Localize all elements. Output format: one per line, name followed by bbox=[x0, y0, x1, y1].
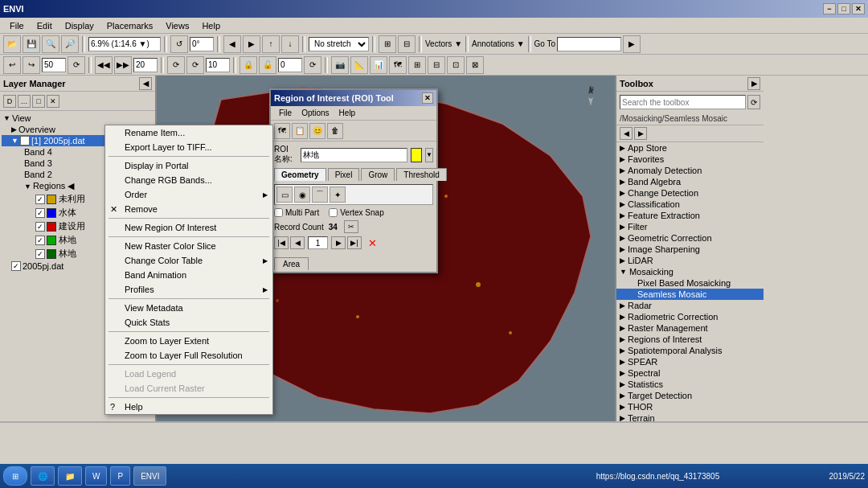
search-zoom-button[interactable]: 🔍 bbox=[42, 35, 59, 53]
delete-record-btn[interactable]: ✕ bbox=[368, 237, 377, 249]
toolbox-item-mosaicking[interactable]: ▼Mosaicking bbox=[616, 266, 764, 277]
geo-star[interactable]: ✦ bbox=[330, 187, 346, 203]
layer-btn-3[interactable]: □ bbox=[32, 95, 45, 108]
roi-name-input[interactable] bbox=[301, 148, 407, 162]
taskbar-ie[interactable]: 🌐 bbox=[31, 466, 55, 486]
toolbox-fwd-btn[interactable]: ▶ bbox=[634, 127, 647, 140]
tool2-btn9[interactable]: 🔓 bbox=[259, 56, 276, 74]
menu-edit[interactable]: Edit bbox=[31, 19, 59, 32]
toolbox-refresh-btn[interactable]: ⟳ bbox=[747, 95, 760, 109]
toolbox-item-thor[interactable]: ▶THOR bbox=[616, 401, 764, 412]
rotate-button[interactable]: ↺ bbox=[170, 35, 188, 53]
area-tab-btn[interactable]: Area bbox=[274, 257, 309, 270]
ctx-item-band-animation[interactable]: Band Animation bbox=[105, 268, 272, 282]
goto-btn[interactable]: ▶ bbox=[623, 35, 641, 53]
layer-btn-4[interactable]: ✕ bbox=[47, 95, 59, 108]
zoom-level-input[interactable] bbox=[88, 37, 161, 51]
tab-geometry[interactable]: Geometry bbox=[274, 168, 326, 181]
layer-btn-1[interactable]: D bbox=[3, 95, 16, 108]
ctx-item-view-metadata[interactable]: View Metadata bbox=[105, 301, 272, 315]
geo-arc[interactable]: ⌒ bbox=[312, 187, 328, 203]
nav-first[interactable]: |◀ bbox=[274, 236, 289, 249]
toolbox-search-input[interactable] bbox=[620, 95, 746, 109]
save-button[interactable]: 💾 bbox=[23, 35, 40, 53]
toolbox-item-terrain[interactable]: ▶Terrain bbox=[616, 412, 764, 421]
tool2-btn5[interactable]: ▶▶ bbox=[114, 56, 132, 74]
toolbar2-val4[interactable] bbox=[278, 58, 302, 72]
menu-placemarks[interactable]: Placemarks bbox=[100, 19, 159, 32]
layer-manager-collapse[interactable]: ◀ bbox=[139, 77, 152, 90]
ctx-item-display-in-portal[interactable]: Display in Portal bbox=[105, 158, 272, 173]
tree-2005pj2-checkbox[interactable]: ✓ bbox=[11, 261, 21, 271]
tab-pixel[interactable]: Pixel bbox=[328, 168, 360, 181]
nav-next[interactable]: ▶ bbox=[331, 236, 346, 249]
tool2-btn4[interactable]: ◀◀ bbox=[95, 56, 113, 74]
ctx-item-zoom-to-layer-extent[interactable]: Zoom to Layer Extent bbox=[105, 334, 272, 348]
toolbox-item-image-sharpening[interactable]: ▶Image Sharpening bbox=[616, 244, 764, 255]
toolbox-item-raster-management[interactable]: ▶Raster Management bbox=[616, 322, 764, 334]
toolbox-item-target-detection[interactable]: ▶Target Detection bbox=[616, 390, 764, 401]
roi-tb-2[interactable]: 📋 bbox=[292, 123, 308, 139]
toolbox-item-band-algebra[interactable]: ▶Band Algebra bbox=[616, 176, 764, 187]
ctx-item-rename-item...[interactable]: Rename Item... bbox=[105, 125, 272, 140]
taskbar-envi[interactable]: ENVI bbox=[133, 466, 166, 486]
stretch-select[interactable]: No stretch bbox=[309, 37, 369, 51]
toolbox-item-pixel-based-mosaicking[interactable]: Pixel Based Mosaicking bbox=[616, 277, 764, 289]
record-scissors[interactable]: ✂ bbox=[344, 220, 358, 233]
toolbox-item-classification[interactable]: ▶Classification bbox=[616, 199, 764, 210]
geo-ellipse[interactable]: ◉ bbox=[294, 187, 310, 203]
roi-color-dropdown[interactable]: ▼ bbox=[425, 148, 433, 162]
tool2-btn10[interactable]: ⟳ bbox=[304, 56, 321, 74]
ctx-item-change-color-table[interactable]: Change Color Table bbox=[105, 253, 272, 268]
open-button[interactable]: 📂 bbox=[3, 35, 21, 53]
nav-last[interactable]: ▶| bbox=[347, 236, 362, 249]
ctx-item-order[interactable]: Order bbox=[105, 187, 272, 202]
goto-input[interactable] bbox=[557, 37, 621, 51]
menu-views[interactable]: Views bbox=[159, 19, 195, 32]
nav-btn-4[interactable]: ↓ bbox=[281, 35, 299, 53]
toolbox-item-app-store[interactable]: ▶App Store bbox=[616, 142, 764, 154]
zoom-button[interactable]: 🔎 bbox=[61, 35, 79, 53]
extra-btn-2[interactable]: ⊟ bbox=[398, 35, 416, 53]
toolbox-item-spectral[interactable]: ▶Spectral bbox=[616, 367, 764, 379]
tool2-btn8[interactable]: 🔒 bbox=[240, 56, 257, 74]
geo-rect[interactable]: ▭ bbox=[276, 187, 293, 203]
ctx-item-new-region-of-interest[interactable]: New Region Of Interest bbox=[105, 220, 272, 235]
tree-view-root[interactable]: ▼ View bbox=[2, 113, 154, 124]
toolbox-item-change-detection[interactable]: ▶Change Detection bbox=[616, 187, 764, 199]
ctx-item-profiles[interactable]: Profiles bbox=[105, 282, 272, 297]
tool2-btn18[interactable]: ⊠ bbox=[466, 56, 484, 74]
nav-btn-3[interactable]: ↑ bbox=[262, 35, 280, 53]
vectors-dropdown[interactable]: Vectors ▼ bbox=[425, 39, 462, 48]
region3-checkbox[interactable]: ✓ bbox=[35, 222, 45, 232]
tool2-btn2[interactable]: ↪ bbox=[23, 56, 40, 74]
toolbox-back-btn[interactable]: ◀ bbox=[620, 127, 633, 140]
vertexsnap-checkbox[interactable] bbox=[329, 208, 338, 217]
maximize-button[interactable]: □ bbox=[837, 3, 850, 14]
annotations-dropdown[interactable]: Annotations ▼ bbox=[472, 39, 525, 48]
toolbar2-val3[interactable] bbox=[206, 58, 230, 72]
tool2-btn7[interactable]: ⟳ bbox=[186, 56, 204, 74]
multipart-checkbox-label[interactable]: Multi Part bbox=[274, 208, 319, 217]
toolbox-item-feature-extraction[interactable]: ▶Feature Extraction bbox=[616, 210, 764, 221]
tab-grow[interactable]: Grow bbox=[361, 168, 395, 181]
extra-btn-1[interactable]: ⊞ bbox=[379, 35, 396, 53]
ctx-item-zoom-to-layer-full-resolution[interactable]: Zoom to Layer Full Resolution bbox=[105, 348, 272, 363]
start-button[interactable]: ⊞ bbox=[3, 466, 27, 486]
toolbox-item-favorites[interactable]: ▶Favorites bbox=[616, 154, 764, 165]
tab-threshold[interactable]: Threshold bbox=[396, 168, 446, 181]
tool2-btn6[interactable]: ⟳ bbox=[167, 56, 185, 74]
roi-menu-file[interactable]: File bbox=[274, 108, 297, 118]
tool2-btn14[interactable]: 🗺 bbox=[389, 56, 407, 74]
ctx-item-remove[interactable]: ✕Remove bbox=[105, 202, 272, 216]
nav-btn-1[interactable]: ◀ bbox=[223, 35, 241, 53]
roi-tb-1[interactable]: 🗺 bbox=[274, 123, 290, 139]
menu-display[interactable]: Display bbox=[59, 19, 100, 32]
region2-checkbox[interactable]: ✓ bbox=[35, 208, 45, 218]
roi-color-box[interactable] bbox=[411, 148, 422, 162]
nav-btn-2[interactable]: ▶ bbox=[243, 35, 260, 53]
ctx-item-quick-stats[interactable]: Quick Stats bbox=[105, 315, 272, 330]
region4-checkbox[interactable]: ✓ bbox=[35, 236, 45, 245]
toolbox-item-seamless-mosaic[interactable]: Seamless Mosaic bbox=[616, 289, 764, 300]
toolbox-item-filter[interactable]: ▶Filter bbox=[616, 221, 764, 232]
